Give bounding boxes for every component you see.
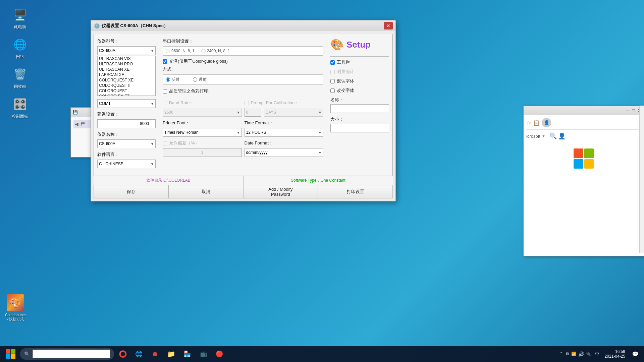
taskbar-icon-record[interactable]: ⏺ xyxy=(148,348,162,360)
listbox-item-7[interactable]: COLORFLEX EZ xyxy=(98,94,155,96)
delay-input[interactable] xyxy=(97,119,156,128)
printer-font-dropdown[interactable]: Times New Roman ▼ xyxy=(163,128,242,137)
browser-search-icon[interactable]: 🔍 xyxy=(549,132,557,140)
start-button[interactable] xyxy=(3,348,19,360)
desktop-icon-network[interactable]: 🌐 网络 xyxy=(7,37,34,60)
taskbar-icon-cortana[interactable]: ⭕ xyxy=(115,348,130,360)
wifi-icon: 📶 xyxy=(571,352,576,356)
taskbar-icon-edge[interactable]: 🌐 xyxy=(131,348,146,360)
taskbar-clock[interactable]: 16:59 2021-04-25 xyxy=(602,349,628,359)
systray-up-arrow-icon[interactable]: ⌃ xyxy=(559,351,563,357)
prompt-cal-unit: DAYS xyxy=(266,110,276,115)
listbox-item-5[interactable]: COLORQUEST II xyxy=(98,83,155,88)
baud-rate-checkbox xyxy=(163,101,167,105)
control-panel-label: 控制面板 xyxy=(12,114,28,119)
taskbar-icon-folder[interactable]: 📁 xyxy=(164,348,178,360)
toolbar-checkbox[interactable] xyxy=(330,60,335,65)
instrument-type-dropdown[interactable]: CS-600A ▼ xyxy=(97,46,156,55)
method-reflect-radio[interactable] xyxy=(166,77,170,82)
star-icon[interactable]: ☆ xyxy=(526,120,531,126)
method-transmit-label[interactable]: 透射 xyxy=(193,77,207,82)
print-setup-button[interactable]: 打印设置 xyxy=(318,185,393,198)
instrument-settings-dialog: ⚙️ 仪器设置 CS-600A（CHN Spec） ✕ 仪器型号： CS-600… xyxy=(91,20,396,201)
taskbar-search-bar[interactable]: 🔍 xyxy=(20,348,114,360)
edge-scrollbar[interactable] xyxy=(639,106,644,253)
volume-icon[interactable]: 🔊 xyxy=(578,351,584,357)
method-transmit-radio[interactable] xyxy=(193,77,197,82)
left-panel: 仪器型号： CS-600A ▼ ULTRASCAN VIS ULTRASCAN … xyxy=(94,34,159,176)
network-status-icon: 🖥 xyxy=(565,352,569,356)
printer-font-label: Printer Font： xyxy=(163,120,242,126)
method-reflect-label[interactable]: 反射 xyxy=(166,77,179,82)
bg2-minimize-btn[interactable]: ─ xyxy=(626,108,630,113)
change-font-checkbox[interactable] xyxy=(330,88,335,93)
serial-radio-2400-input[interactable] xyxy=(201,49,206,53)
setup-logo-icon: 🎨 xyxy=(330,38,344,51)
serial-radio-2400[interactable]: 2400, N, 8, 1 xyxy=(201,49,230,53)
profile-avatar[interactable]: 👤 xyxy=(542,118,551,127)
name-input[interactable] xyxy=(330,104,389,113)
taskbar-search-input[interactable] xyxy=(33,350,110,358)
size-input[interactable] xyxy=(330,124,389,132)
gloss-checkbox[interactable] xyxy=(163,59,167,64)
instrument-name-dropdown[interactable]: CS-600A ▼ xyxy=(97,139,156,148)
taskbar-icon-app5[interactable]: 📺 xyxy=(196,348,211,360)
listbox-item-1[interactable]: ULTRASCAN PRO xyxy=(98,61,155,67)
listbox-item-4[interactable]: COLORQUEST XE xyxy=(98,77,155,83)
taskbar: 🔍 ⭕ 🌐 ⏺ 📁 🏪 📺 🔴 ⌃ 🖥 📶 🔊 🔌 中 16:59 2021-0… xyxy=(0,346,644,362)
color-mgmt-checkbox[interactable] xyxy=(163,89,167,94)
time-format-dropdown[interactable]: 12 HOURS ▼ xyxy=(245,128,324,137)
serial-radio-9600[interactable]: 9600, N, 8, 1 xyxy=(166,49,195,53)
bg2-maximize-btn[interactable]: □ xyxy=(632,108,635,113)
cancel-button[interactable]: 取消 xyxy=(168,185,243,198)
win-logo-red xyxy=(574,148,583,158)
listbox-item-2[interactable]: ULTRASCAN XE xyxy=(98,67,155,72)
change-font-label[interactable]: 改变字体 xyxy=(330,87,389,94)
toolbar-checkbox-label[interactable]: 工具栏 xyxy=(330,59,389,65)
baud-rate-arrow-icon: ▼ xyxy=(237,111,240,114)
bg-window2-content: ☆ 📋 👤 ⋯ icrosoft ▼ 🔍 👤 xyxy=(524,115,644,256)
serial-radio-9600-input[interactable] xyxy=(166,49,170,53)
taskbar-icon-store[interactable]: 🏪 xyxy=(180,348,195,360)
desktop-icon-control-panel[interactable]: 🎛️ 控制面板 xyxy=(7,96,34,119)
status-left: 软件目录 C:\COLORLAB xyxy=(94,176,244,185)
more-icon[interactable]: ⋯ xyxy=(553,119,559,126)
date-format-dropdown[interactable]: dd/mm/yyyy ▼ xyxy=(245,148,324,157)
default-font-checkbox[interactable] xyxy=(330,79,335,83)
default-font-label[interactable]: 默认字体 xyxy=(330,78,389,84)
serial-2400-label: 2400, N, 8, 1 xyxy=(207,49,230,53)
lang-dropdown[interactable]: C - CHINESE ▼ xyxy=(97,160,156,168)
listbox-item-6[interactable]: COLORQUEST xyxy=(98,88,155,94)
search-icon: 🔍 xyxy=(24,351,30,357)
notification-button[interactable]: 💬 xyxy=(629,348,641,360)
taskbar-icon-app6[interactable]: 🔴 xyxy=(212,348,227,360)
lang-group: 软件语言： C - CHINESE ▼ xyxy=(97,152,156,168)
browser-toolbar: ☆ 📋 👤 ⋯ xyxy=(526,118,641,130)
tolerance-label: 允许偏差（%） xyxy=(163,140,242,146)
win-logo-red xyxy=(6,349,10,354)
dropdown-arrow-icon[interactable]: ▼ xyxy=(542,134,545,138)
save-button[interactable]: 保存 xyxy=(94,185,168,198)
port-dropdown[interactable]: COM1 ▼ xyxy=(97,99,156,108)
delay-group: 延迟设置： xyxy=(97,111,156,128)
colorlab-shortcut-icon[interactable]: 🎨 Colorlab.exe- 快捷方式 xyxy=(5,294,26,322)
collection-icon[interactable]: 📋 xyxy=(533,120,540,126)
back-arrow-icon[interactable]: ◀ xyxy=(75,121,78,127)
listbox-item-3[interactable]: LABSCAN XE xyxy=(98,72,155,77)
prompt-cal-inputs: DAYS ▼ xyxy=(245,108,324,117)
gloss-checkbox-label[interactable]: 光泽(仅用于Color-guide gloss) xyxy=(163,58,323,64)
desktop-icon-recycle[interactable]: 🗑️ 回收站 xyxy=(7,66,34,89)
instrument-listbox[interactable]: ULTRASCAN VIS ULTRASCAN PRO ULTRASCAN XE… xyxy=(97,56,156,96)
browser-profile-icon[interactable]: 👤 xyxy=(558,132,566,140)
listbox-item-0[interactable]: ULTRASCAN VIS xyxy=(98,56,155,61)
add-modify-password-button[interactable]: Add / ModifyPassword xyxy=(243,185,318,198)
clock-date: 2021-04-25 xyxy=(605,354,625,359)
win-logo-yellow xyxy=(11,354,15,359)
desktop-icon-this-pc[interactable]: 🖥️ 此电脑 xyxy=(7,7,34,30)
usb-icon: 🔌 xyxy=(586,352,591,356)
dialog-close-button[interactable]: ✕ xyxy=(384,22,393,29)
color-mgmt-label[interactable]: 品质管理之色彩打印: xyxy=(163,88,323,94)
prompt-cal-unit-dropdown: DAYS ▼ xyxy=(264,108,324,117)
taskbar-language-indicator[interactable]: 中 xyxy=(594,351,601,357)
instrument-type-selected: CS-600A xyxy=(99,48,115,53)
